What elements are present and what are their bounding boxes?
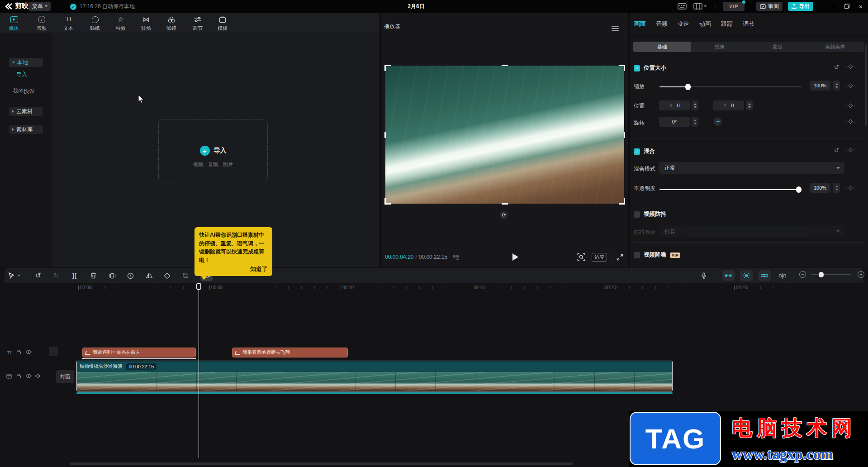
tab-effects[interactable]: ☆ 特效	[110, 15, 131, 32]
minimize-button[interactable]: —	[828, 2, 838, 11]
maximize-button[interactable]	[841, 2, 851, 11]
redo-icon[interactable]: ↻	[53, 271, 59, 280]
rotate-input[interactable]: 0°	[659, 117, 690, 127]
close-button[interactable]: ×	[856, 2, 866, 11]
delete-icon[interactable]	[90, 271, 96, 280]
preview-zoom-icon[interactable]	[577, 253, 585, 261]
selection-handle[interactable]	[502, 203, 508, 205]
tab-adjust[interactable]: 调节	[743, 20, 754, 28]
opacity-slider[interactable]	[659, 189, 802, 190]
mirror-icon[interactable]	[146, 271, 153, 280]
playhead-line[interactable]	[199, 290, 199, 458]
menu-button[interactable]: 菜单	[28, 2, 51, 11]
sidebar-group-library[interactable]: 素材库	[9, 125, 43, 134]
selection-handle[interactable]	[619, 198, 625, 205]
position-y-stepper[interactable]	[746, 100, 753, 110]
keyframe-control[interactable]: ‹›	[846, 148, 856, 152]
freeze-frame-icon[interactable]	[109, 271, 116, 280]
tab-animation[interactable]: 动画	[699, 20, 711, 28]
frame-lines-icon[interactable]	[453, 254, 459, 260]
tab-adjust[interactable]: 调节	[187, 15, 208, 32]
video-preview[interactable]	[385, 66, 624, 204]
preview-axis-icon[interactable]	[779, 271, 786, 280]
rotate-stepper[interactable]	[692, 117, 698, 127]
main-track-magnet-button[interactable]	[722, 270, 735, 281]
tab-sticker[interactable]: 贴纸	[85, 15, 105, 32]
rotate-handle-icon[interactable]: ⟳	[500, 211, 508, 219]
scale-stepper[interactable]	[833, 81, 840, 91]
eye-icon[interactable]	[26, 350, 32, 354]
opacity-stepper[interactable]	[833, 183, 840, 193]
layout-switch-button[interactable]	[693, 3, 706, 10]
lock-icon[interactable]	[16, 373, 21, 379]
subtab-mask[interactable]: 蒙版	[749, 42, 806, 52]
split-icon[interactable]: ][	[72, 271, 77, 280]
zoom-out-icon[interactable]: −	[799, 271, 806, 278]
blend-checkbox[interactable]: ✓	[634, 148, 640, 155]
undo-icon[interactable]: ↺	[35, 271, 41, 280]
review-button[interactable]: 审阅	[756, 2, 783, 11]
lock-icon[interactable]	[16, 349, 21, 355]
tab-text[interactable]: TI 文本	[58, 15, 79, 32]
slider-knob[interactable]	[685, 84, 691, 90]
subtab-basic[interactable]: 基础	[633, 42, 691, 52]
keyframe-control[interactable]: ‹›	[846, 64, 856, 69]
stabilize-checkbox[interactable]	[634, 211, 640, 218]
reset-icon[interactable]: ↺	[834, 147, 839, 154]
scale-value[interactable]: 100%	[810, 81, 830, 91]
fit-mode-button[interactable]: 适应	[592, 253, 607, 262]
position-x-input[interactable]: X 0	[659, 100, 690, 110]
selection-handle[interactable]	[624, 132, 625, 138]
panel-scrollbar[interactable]	[865, 44, 867, 126]
rotate-icon[interactable]	[164, 271, 171, 280]
shortcut-keyboard-icon[interactable]	[678, 3, 687, 10]
slider-knob[interactable]	[796, 186, 802, 193]
sidebar-group-local[interactable]: 本地	[9, 58, 43, 67]
blend-mode-dropdown[interactable]: 正常	[659, 162, 844, 174]
ai-tip-confirm-button[interactable]: 知道了	[199, 265, 268, 273]
keyframe-control[interactable]: ‹›	[846, 103, 856, 108]
tab-speed[interactable]: 变速	[678, 20, 689, 28]
selection-handle[interactable]	[384, 198, 391, 205]
fullscreen-icon[interactable]	[617, 254, 623, 261]
selection-handle[interactable]	[384, 132, 386, 138]
playhead-handle[interactable]	[196, 283, 201, 290]
record-mic-icon[interactable]	[701, 271, 707, 280]
subtab-cutout[interactable]: 抠像	[691, 42, 749, 52]
sidebar-item-presets[interactable]: 我的预设	[13, 87, 34, 95]
select-tool-chevron[interactable]	[18, 271, 20, 280]
position-x-stepper[interactable]	[692, 100, 698, 110]
opacity-value[interactable]: 100%	[810, 183, 830, 193]
text-clip[interactable]: 我曾遇到一束光在前方	[82, 348, 196, 357]
eye-icon[interactable]	[26, 374, 32, 378]
scale-slider[interactable]	[659, 86, 802, 87]
rotate-dial[interactable]	[714, 118, 722, 126]
play-button[interactable]	[512, 253, 518, 261]
zoom-in-icon[interactable]: +	[858, 271, 864, 278]
keyframe-control[interactable]: ‹›	[846, 83, 856, 88]
denoise-checkbox[interactable]	[634, 252, 640, 258]
reverse-icon[interactable]	[127, 271, 134, 280]
sidebar-item-import[interactable]: 导入	[16, 71, 27, 78]
video-clip[interactable]: 航拍慢镜头沙滩海浪 00:00:22:15	[76, 361, 673, 391]
tab-picture[interactable]: 画面	[634, 20, 646, 28]
subtab-beauty[interactable]: 美颜美体	[806, 42, 864, 52]
keyframe-control[interactable]: ‹›	[846, 119, 856, 124]
crop-icon[interactable]	[182, 271, 189, 280]
select-tool-button[interactable]	[8, 271, 14, 280]
link-preview-button[interactable]	[758, 270, 771, 281]
keyframe-control[interactable]: ‹›	[846, 186, 856, 191]
export-button[interactable]: 导出	[788, 2, 813, 11]
selection-handle[interactable]	[502, 65, 508, 66]
player-menu-button[interactable]	[612, 25, 619, 32]
tab-audio[interactable]: ♪ 音频	[31, 15, 52, 32]
reset-icon[interactable]: ↺	[834, 64, 839, 71]
timeline-zoom-slider[interactable]	[811, 274, 851, 275]
tab-transitions[interactable]: ⋈ 转场	[136, 15, 157, 32]
tab-filters[interactable]: 滤镜	[161, 15, 182, 32]
position-y-input[interactable]: Y 0	[713, 100, 744, 110]
sidebar-group-cloud[interactable]: 云素材	[9, 107, 43, 116]
slider-knob[interactable]	[819, 272, 824, 277]
import-dropzone[interactable]: + 导入 视频、音频、图片	[158, 119, 268, 182]
vip-button[interactable]: VIP	[723, 2, 745, 11]
